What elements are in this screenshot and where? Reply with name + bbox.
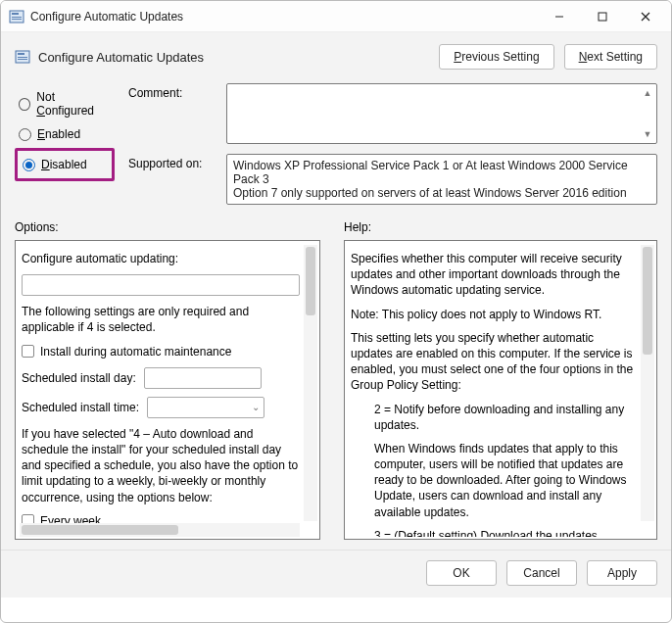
help-opt3: 3 = (Default setting) Download the updat… [351, 528, 637, 537]
supported-label: Supported on: [128, 154, 216, 205]
checkbox-install-maintenance[interactable]: Install during automatic maintenance [22, 344, 300, 359]
radio-label: Enabled [37, 127, 80, 141]
radio-label: Not Configured [36, 90, 111, 118]
minimize-button[interactable] [538, 2, 581, 31]
policy-icon [9, 9, 24, 24]
scrollbar-thumb[interactable] [22, 525, 178, 535]
svg-rect-1 [12, 13, 19, 15]
highlight-box: Disabled [15, 148, 115, 181]
comment-textarea[interactable]: ▲ ▼ [226, 83, 657, 144]
checkbox-label: Install during automatic maintenance [40, 344, 231, 359]
options-label: Options: [15, 220, 320, 234]
svg-rect-6 [18, 53, 24, 55]
close-button[interactable] [624, 2, 667, 31]
sched-time-combo[interactable]: ⌄ [147, 397, 264, 418]
options-title: Configure automatic updating: [22, 251, 300, 266]
svg-rect-7 [18, 57, 27, 58]
options-hscrollbar[interactable] [20, 523, 300, 537]
header-title: Configure Automatic Updates [38, 50, 439, 65]
radio-enabled[interactable]: Enabled [15, 122, 115, 146]
scroll-down-icon[interactable]: ▼ [641, 127, 654, 141]
radio-icon [23, 159, 35, 171]
policy-icon [15, 49, 30, 65]
help-opt2: 2 = Notify before downloading and instal… [351, 402, 637, 433]
window-title: Configure Automatic Updates [30, 10, 538, 24]
sched-day-combo[interactable] [144, 367, 262, 389]
help-opt2-desc: When Windows finds updates that apply to… [351, 441, 637, 520]
radio-icon [19, 128, 31, 141]
svg-rect-4 [599, 13, 606, 21]
policy-state-section: Not Configured Enabled Disabled Comment:… [1, 75, 671, 215]
sched-time-label: Scheduled install time: [22, 400, 139, 415]
state-radios: Not Configured Enabled Disabled [15, 83, 115, 205]
window-controls [538, 2, 667, 31]
checkbox-icon [22, 345, 34, 358]
radio-disabled[interactable]: Disabled [19, 153, 111, 176]
button-bar: OK Cancel Apply [1, 550, 671, 598]
options-note: The following settings are only required… [22, 304, 300, 335]
help-p3: This setting lets you specify whether au… [351, 330, 637, 394]
svg-rect-2 [12, 17, 22, 18]
chevron-down-icon: ⌄ [252, 401, 260, 414]
previous-setting-button[interactable]: Previous Setting [439, 44, 553, 70]
help-label: Help: [344, 220, 657, 234]
scrollbar-thumb[interactable] [643, 247, 652, 355]
help-panel: Specifies whether this computer will rec… [344, 240, 657, 540]
header: Configure Automatic Updates Previous Set… [1, 32, 671, 75]
options-sched-paragraph: If you have selected "4 – Auto download … [22, 426, 300, 505]
scrollbar-thumb[interactable] [306, 247, 315, 315]
sched-day-label: Scheduled install day: [22, 370, 136, 386]
options-panel: Configure automatic updating: The follow… [15, 240, 320, 540]
radio-not-configured[interactable]: Not Configured [15, 85, 115, 122]
radio-label: Disabled [41, 158, 87, 171]
scroll-up-icon[interactable]: ▲ [641, 86, 654, 100]
help-p1: Specifies whether this computer will rec… [351, 251, 637, 299]
titlebar: Configure Automatic Updates [1, 1, 671, 32]
svg-rect-3 [12, 19, 22, 20]
cancel-button[interactable]: Cancel [506, 560, 577, 586]
maximize-button[interactable] [581, 2, 624, 31]
comment-label: Comment: [128, 83, 216, 144]
panels: Configure automatic updating: The follow… [1, 240, 671, 550]
apply-button[interactable]: Apply [587, 560, 657, 586]
options-vscrollbar[interactable] [304, 245, 317, 521]
section-labels: Options: Help: [1, 215, 671, 240]
supported-text: Windows XP Professional Service Pack 1 o… [226, 154, 657, 205]
configure-updating-combo[interactable] [22, 274, 300, 296]
help-p2: Note: This policy does not apply to Wind… [351, 307, 637, 322]
radio-icon [19, 98, 30, 111]
help-vscrollbar[interactable] [641, 245, 654, 521]
next-setting-button[interactable]: Next Setting [564, 44, 657, 70]
svg-rect-8 [18, 59, 27, 60]
ok-button[interactable]: OK [426, 560, 497, 586]
